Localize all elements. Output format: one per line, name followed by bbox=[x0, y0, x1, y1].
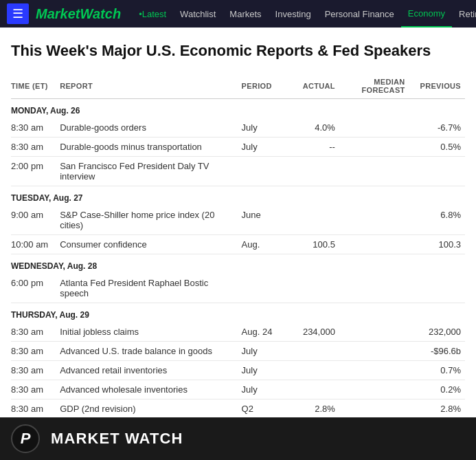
col-header-time: TIME (ET) bbox=[11, 75, 60, 99]
median-cell bbox=[339, 118, 409, 138]
actual-cell: 100.5 bbox=[291, 234, 339, 254]
day-label: TUESDAY, Aug. 27 bbox=[11, 186, 465, 206]
nav-item-personal-finance[interactable]: Personal Finance bbox=[318, 0, 401, 28]
median-cell bbox=[339, 206, 409, 235]
time-cell: 8:30 am bbox=[11, 341, 60, 360]
previous-cell: 232,000 bbox=[409, 322, 465, 342]
time-cell: 8:30 am bbox=[11, 380, 60, 399]
table-row: 9:00 amS&P Case-Shiller home price index… bbox=[11, 206, 465, 235]
time-cell: 6:00 pm bbox=[11, 274, 60, 303]
hamburger-icon[interactable]: ☰ bbox=[7, 3, 29, 24]
median-cell bbox=[339, 274, 409, 303]
actual-cell: 2.8% bbox=[291, 399, 339, 418]
period-cell: July bbox=[242, 341, 291, 360]
logo: MarketWatch bbox=[36, 6, 121, 22]
previous-cell: -$96.6b bbox=[409, 341, 465, 360]
previous-cell: 2.8% bbox=[409, 399, 465, 418]
table-row: 8:30 amAdvanced wholesale inventoriesJul… bbox=[11, 380, 465, 399]
period-cell: July bbox=[242, 380, 291, 399]
logo-watch: Watch bbox=[80, 6, 121, 21]
period-cell: Aug. bbox=[242, 234, 291, 254]
table-row: 2:00 pmSan Francisco Fed President Daly … bbox=[11, 156, 465, 186]
time-cell: 8:30 am bbox=[11, 137, 60, 156]
nav-item-markets[interactable]: Markets bbox=[223, 0, 268, 28]
previous-cell: 0.2% bbox=[409, 380, 465, 399]
report-cell: Consumer confidence bbox=[60, 234, 241, 254]
day-header-row: THURSDAY, Aug. 29 bbox=[11, 303, 465, 322]
logo-market: Market bbox=[36, 6, 80, 21]
col-header-report: REPORT bbox=[60, 75, 241, 99]
content-area: This Week's Major U.S. Economic Reports … bbox=[0, 28, 476, 460]
period-cell: Aug. 24 bbox=[242, 322, 291, 342]
table-row: 6:00 pmAtlanta Fed President Raphael Bos… bbox=[11, 274, 465, 303]
day-header-row: WEDNESDAY, Aug. 28 bbox=[11, 254, 465, 274]
actual-cell bbox=[291, 360, 339, 380]
median-cell bbox=[339, 234, 409, 254]
actual-cell bbox=[291, 206, 339, 235]
day-label: THURSDAY, Aug. 29 bbox=[11, 303, 465, 322]
period-cell bbox=[242, 274, 291, 303]
previous-cell: 0.5% bbox=[409, 137, 465, 156]
report-cell: Initial jobless claims bbox=[60, 322, 241, 342]
report-cell: GDP (2nd revision) bbox=[60, 399, 241, 418]
day-header-row: MONDAY, Aug. 26 bbox=[11, 98, 465, 118]
previous-cell: -6.7% bbox=[409, 118, 465, 138]
time-cell: 8:30 am bbox=[11, 322, 60, 342]
actual-cell: 4.0% bbox=[291, 118, 339, 138]
table-row: 8:30 amDurable-goods minus transportatio… bbox=[11, 137, 465, 156]
nav-item-investing[interactable]: Investing bbox=[269, 0, 318, 28]
nav-item-latest[interactable]: Latest bbox=[132, 0, 173, 28]
table-row: 8:30 amAdvanced U.S. trade balance in go… bbox=[11, 341, 465, 360]
report-table: TIME (ET) REPORT PERIOD ACTUAL MEDIAN FO… bbox=[11, 75, 465, 460]
nav-item-retirement[interactable]: Retirement bbox=[452, 0, 476, 28]
report-cell: Durable-goods minus transportation bbox=[60, 137, 241, 156]
median-cell bbox=[339, 341, 409, 360]
col-header-median: MEDIAN FORECAST bbox=[339, 75, 409, 99]
median-cell bbox=[339, 360, 409, 380]
table-row: 8:30 amDurable-goods ordersJuly4.0%-6.7% bbox=[11, 118, 465, 138]
time-cell: 10:00 am bbox=[11, 234, 60, 254]
time-cell: 8:30 am bbox=[11, 399, 60, 418]
median-cell bbox=[339, 156, 409, 186]
report-cell: Advanced retail inventories bbox=[60, 360, 241, 380]
actual-cell bbox=[291, 156, 339, 186]
footer-bar: P MARKET WATCH bbox=[0, 417, 476, 460]
period-cell: July bbox=[242, 360, 291, 380]
col-header-period: PERIOD bbox=[242, 75, 291, 99]
previous-cell: 6.8% bbox=[409, 206, 465, 235]
navbar: ☰ MarketWatch Latest Watchlist Markets I… bbox=[0, 0, 476, 28]
median-cell bbox=[339, 137, 409, 156]
page-title: This Week's Major U.S. Economic Reports … bbox=[11, 41, 465, 61]
median-cell bbox=[339, 322, 409, 342]
table-row: 8:30 amInitial jobless claimsAug. 24234,… bbox=[11, 322, 465, 342]
report-cell: Advanced U.S. trade balance in goods bbox=[60, 341, 241, 360]
report-cell: S&P Case-Shiller home price index (20 ci… bbox=[60, 206, 241, 235]
table-row: 8:30 amGDP (2nd revision)Q22.8%2.8% bbox=[11, 399, 465, 418]
actual-cell bbox=[291, 341, 339, 360]
previous-cell bbox=[409, 274, 465, 303]
day-label: WEDNESDAY, Aug. 28 bbox=[11, 254, 465, 274]
nav-item-watchlist[interactable]: Watchlist bbox=[173, 0, 223, 28]
report-cell: Advanced wholesale inventories bbox=[60, 380, 241, 399]
time-cell: 8:30 am bbox=[11, 118, 60, 138]
actual-cell: 234,000 bbox=[291, 322, 339, 342]
actual-cell bbox=[291, 274, 339, 303]
median-cell bbox=[339, 380, 409, 399]
previous-cell: 0.7% bbox=[409, 360, 465, 380]
day-label: MONDAY, Aug. 26 bbox=[11, 98, 465, 118]
previous-cell bbox=[409, 156, 465, 186]
previous-cell: 100.3 bbox=[409, 234, 465, 254]
table-row: 10:00 amConsumer confidenceAug.100.5100.… bbox=[11, 234, 465, 254]
period-cell: Q2 bbox=[242, 399, 291, 418]
median-cell bbox=[339, 399, 409, 418]
nav-item-economy[interactable]: Economy bbox=[401, 0, 452, 28]
footer-logo-p: P bbox=[21, 430, 31, 448]
actual-cell: -- bbox=[291, 137, 339, 156]
time-cell: 9:00 am bbox=[11, 206, 60, 235]
time-cell: 8:30 am bbox=[11, 360, 60, 380]
footer-title: MARKET WATCH bbox=[51, 430, 183, 448]
actual-cell bbox=[291, 380, 339, 399]
col-header-previous: PREVIOUS bbox=[409, 75, 465, 99]
nav-links: Latest Watchlist Markets Investing Perso… bbox=[132, 0, 476, 28]
period-cell: July bbox=[242, 118, 291, 138]
